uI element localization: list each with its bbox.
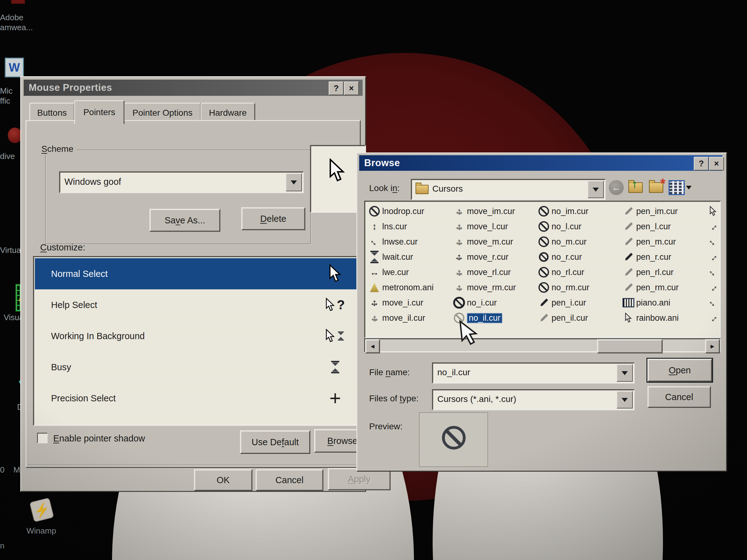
- use-default-button[interactable]: Use Default: [240, 430, 310, 454]
- file-item[interactable]: no_rl.cur: [538, 265, 584, 279]
- file-item[interactable]: lnodrop.cur: [368, 205, 424, 218]
- help-button[interactable]: ?: [694, 157, 709, 170]
- file-item-partial[interactable]: ↔s: [707, 265, 719, 279]
- cancel-button[interactable]: Cancel: [647, 386, 711, 408]
- files-of-type-dropdown-button[interactable]: [617, 391, 633, 408]
- file-item-partial[interactable]: ↔s: [707, 281, 719, 294]
- file-item-label: pen_im.cur: [636, 207, 678, 216]
- look-in-dropdown-button[interactable]: [588, 181, 604, 198]
- pointer-row-busy[interactable]: Busy: [35, 351, 363, 383]
- file-item[interactable]: rainbow.ani: [622, 311, 679, 325]
- pen-dark-icon: [538, 297, 550, 308]
- adobe-dreamweaver-icon[interactable]: [11, 0, 25, 4]
- file-item[interactable]: lwait.cur: [368, 250, 413, 264]
- help-button[interactable]: ?: [329, 81, 344, 95]
- file-item[interactable]: ↔↕move_l.cur: [453, 220, 508, 233]
- close-button[interactable]: ×: [344, 81, 359, 95]
- file-item[interactable]: pen_m.cur: [622, 235, 676, 248]
- file-item[interactable]: pen_i.cur: [538, 296, 586, 310]
- desktop-label-adobe[interactable]: Adobe amwea...: [0, 12, 33, 32]
- file-item-partial[interactable]: ↔s: [707, 220, 719, 233]
- view-menu-chevron-icon[interactable]: [686, 186, 692, 189]
- scroll-right-button[interactable]: ►: [705, 339, 720, 353]
- scheme-combobox[interactable]: Windows goof: [59, 171, 304, 193]
- ok-button[interactable]: OK: [194, 469, 252, 491]
- file-item[interactable]: ↔↕move_r.cur: [453, 250, 509, 264]
- open-button[interactable]: Open: [647, 359, 712, 382]
- scheme-dropdown-button[interactable]: [286, 173, 302, 191]
- file-item[interactable]: ↔lwe.cur: [368, 265, 409, 279]
- file-name-dropdown-button[interactable]: [617, 364, 633, 382]
- file-item[interactable]: ↔lnwse.cur: [368, 235, 418, 248]
- desktop-label-office[interactable]: Mic ffic: [0, 86, 12, 106]
- no-ring-icon: [368, 206, 380, 216]
- file-item-partial[interactable]: ↔s: [707, 250, 719, 264]
- scrollbar-thumb[interactable]: [597, 339, 663, 353]
- file-item[interactable]: no_i.cur: [453, 296, 497, 310]
- mouse-properties-titlebar[interactable]: Mouse Properties: [24, 80, 363, 96]
- winamp-icon[interactable]: ⚡: [30, 498, 53, 522]
- move-gray-icon: ↔↕: [453, 236, 465, 247]
- no-ring-icon: [538, 282, 550, 293]
- file-list[interactable]: lnodrop.cur↕lns.cur↔lnwse.curlwait.cur↔l…: [364, 201, 721, 338]
- file-item[interactable]: ↕lns.cur: [368, 220, 407, 233]
- file-item[interactable]: ↔↕move_il.cur: [368, 311, 425, 325]
- pointer-customize-list[interactable]: Normal SelectHelp Select?Working In Back…: [33, 256, 365, 426]
- file-item-label: lns.cur: [382, 222, 407, 232]
- enable-pointer-shadow-checkbox[interactable]: [37, 433, 48, 443]
- back-button[interactable]: ←: [608, 179, 624, 196]
- scroll-left-button[interactable]: ◄: [365, 339, 380, 353]
- file-item[interactable]: no_im.cur: [538, 205, 589, 218]
- file-item-label: move_im.cur: [467, 207, 515, 216]
- desktop-label-dive[interactable]: dive: [0, 151, 15, 161]
- file-item[interactable]: pen_r.cur: [622, 250, 671, 264]
- pointer-row-partial[interactable]: T: [35, 414, 363, 426]
- file-item[interactable]: no_l.cur: [538, 220, 582, 233]
- file-item[interactable]: ↔↕move_im.cur: [453, 205, 515, 218]
- file-item[interactable]: ↔↕move_m.cur: [453, 235, 513, 248]
- file-item[interactable]: ↔↕move_rl.cur: [453, 265, 511, 279]
- files-of-type-combobox[interactable]: Cursors (*.ani, *.cur): [432, 389, 635, 410]
- file-item[interactable]: pen_rl.cur: [622, 265, 673, 279]
- desktop-label-winamp[interactable]: Winamp: [26, 526, 56, 536]
- files-of-type-value: Cursors (*.ani, *.cur): [437, 394, 516, 404]
- file-item[interactable]: pen_rm.cur: [622, 281, 679, 294]
- close-button[interactable]: ×: [709, 157, 724, 170]
- up-one-level-button[interactable]: ↑: [627, 179, 644, 196]
- file-name-value: no_il.cur: [437, 367, 470, 377]
- file-item[interactable]: pen_il.cur: [538, 311, 588, 325]
- file-item-partial[interactable]: ↔s: [707, 235, 719, 248]
- file-item[interactable]: no_m.cur: [538, 235, 587, 248]
- file-item-partial[interactable]: ↔s: [707, 311, 719, 325]
- file-item-partial[interactable]: ↔s: [707, 296, 719, 310]
- file-item[interactable]: pen_im.cur: [622, 205, 678, 218]
- tab-pointers[interactable]: Pointers: [74, 100, 125, 125]
- create-new-folder-button[interactable]: *: [648, 179, 664, 196]
- save-as-button[interactable]: Save As...: [149, 209, 221, 232]
- pointer-row-help-select[interactable]: Help Select?: [35, 289, 363, 320]
- desktop-label-virtual[interactable]: Virtua: [0, 245, 21, 255]
- delete-button[interactable]: Delete: [241, 207, 305, 230]
- no-ring-icon: [538, 206, 550, 216]
- browse-titlebar[interactable]: Browse: [359, 155, 722, 171]
- view-menu-button[interactable]: [669, 179, 685, 196]
- pen-dark-icon: [622, 252, 634, 262]
- file-item[interactable]: ↔↕move_i.cur: [368, 296, 423, 310]
- file-item[interactable]: no_rm.cur: [538, 281, 590, 294]
- cancel-button[interactable]: Cancel: [256, 469, 324, 491]
- file-item[interactable]: pen_l.cur: [622, 220, 671, 233]
- file-item[interactable]: metronom.ani: [368, 281, 434, 294]
- file-item[interactable]: ↔↕move_rm.cur: [453, 281, 516, 294]
- file-item[interactable]: no_r.cur: [538, 250, 582, 264]
- desktop-label-fragment: 0: [0, 465, 4, 475]
- pointer-row-normal-select[interactable]: Normal Select: [35, 258, 363, 289]
- pointer-row-precision-select[interactable]: Precision Select+: [35, 383, 363, 414]
- look-in-combobox[interactable]: Cursors: [411, 179, 606, 200]
- file-item[interactable]: piano.ani: [622, 296, 670, 310]
- file-item-partial[interactable]: r: [707, 205, 719, 218]
- horizontal-scrollbar[interactable]: ◄ ►: [364, 338, 721, 352]
- pointer-row-working-in-background[interactable]: Working In Background: [35, 320, 363, 351]
- file-name-combobox[interactable]: no_il.cur: [432, 363, 635, 383]
- microsoft-office-icon[interactable]: W: [5, 58, 24, 77]
- up-arrow-icon: ↑: [632, 178, 638, 191]
